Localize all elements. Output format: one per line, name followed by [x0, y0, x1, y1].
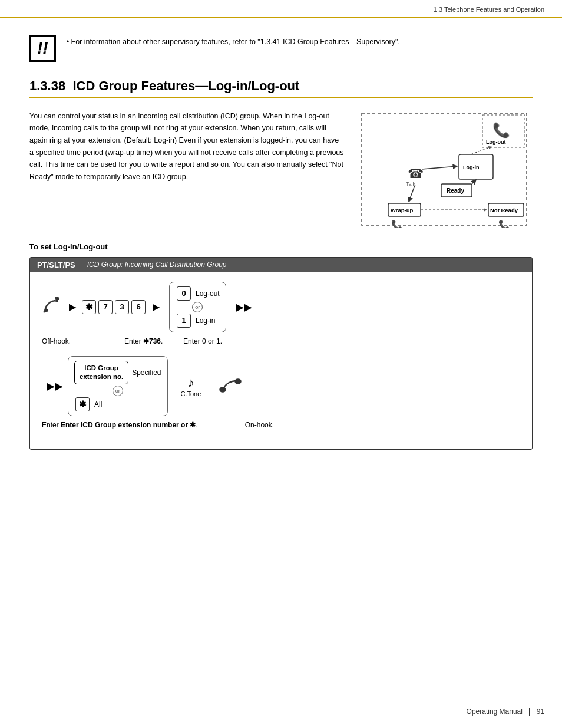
arrow-2: ▶: [153, 301, 160, 312]
svg-point-17: [235, 379, 241, 384]
note-text: • For information about other supervisor…: [67, 35, 400, 48]
desc-row-2: Enter Enter ICD Group extension number o…: [30, 421, 532, 429]
svg-text:📞: 📞: [391, 219, 403, 228]
note-box: !! • For information about other supervi…: [29, 35, 533, 62]
footer-divider: [529, 708, 530, 716]
offhook-phone-icon: [42, 297, 61, 317]
log-out-label: Log-out: [196, 289, 220, 298]
content-area: !! • For information about other supervi…: [0, 18, 562, 467]
onhook-phone-icon: [219, 375, 242, 396]
page: 1.3 Telephone Features and Operation !! …: [0, 0, 562, 728]
option-1-row: 1 Log-in: [176, 314, 215, 328]
key-6: 6: [131, 300, 146, 314]
instruction-row-2: ▶▶ ICD Group extension no. Specified or …: [30, 356, 532, 416]
icd-group-label: ICD Group: Incoming Call Distribution Gr…: [87, 261, 227, 269]
svg-text:☎: ☎: [408, 166, 424, 181]
log-in-label: Log-in: [196, 317, 215, 325]
or-circle-2: or: [113, 386, 123, 396]
double-arrow-2: ▶▶: [47, 380, 63, 393]
desc-row-1: Off-hook. Enter ✱736. Enter 0 or 1.: [30, 337, 532, 345]
key-star: ✱: [82, 300, 96, 314]
pt-slt-ps-label: PT/SLT/PS: [37, 261, 75, 269]
specified-label: Specified: [132, 368, 161, 377]
svg-text:Ready: Ready: [447, 187, 464, 194]
header-text: 1.3 Telephone Features and Operation: [434, 6, 544, 13]
svg-text:📞: 📞: [498, 219, 510, 228]
footer: Operating Manual 91: [467, 707, 544, 716]
states-svg: 📞 Log-out Log-in Ready ☎ Talk.: [356, 110, 533, 228]
page-header: 1.3 Telephone Features and Operation: [0, 0, 562, 18]
option-0-row: 0 Log-out: [176, 286, 220, 301]
instruction-row-1: ▶ ✱ 7 3 6 ▶ 0 Log-out or 1 Log-in: [30, 282, 532, 332]
key-star-2: ✱: [75, 397, 90, 411]
main-content-row: You can control your status in an incomi…: [29, 110, 533, 228]
key-7: 7: [98, 300, 113, 314]
footer-page: 91: [537, 707, 544, 716]
section-title: 1.3.38 ICD Group Features—Log-in/Log-out: [29, 78, 533, 98]
ctone-icon: ♪: [187, 375, 194, 390]
instruction-box: PT/SLT/PS ICD Group: Incoming Call Distr…: [29, 257, 533, 450]
options-box: 0 Log-out or 1 Log-in: [169, 282, 226, 332]
key-3: 3: [115, 300, 129, 314]
svg-text:Log-in: Log-in: [463, 164, 480, 170]
svg-point-16: [220, 387, 226, 392]
star-row: ✱ All: [74, 397, 102, 411]
svg-text:Log-out: Log-out: [486, 139, 505, 145]
ctone-wrap: ♪ C.Tone: [181, 375, 201, 397]
icd-ext-row: ICD Group extension no. Specified: [74, 361, 161, 384]
icd-extension-box: ICD Group extension no. Specified or ✱ A…: [68, 356, 168, 416]
icd-box: ICD Group extension no.: [74, 361, 128, 384]
ctone-label: C.Tone: [181, 390, 201, 397]
svg-text:Wrap-up: Wrap-up: [391, 207, 414, 213]
instruction-header: PT/SLT/PS ICD Group: Incoming Call Distr…: [30, 258, 532, 272]
main-description: You can control your status in an incomi…: [29, 110, 356, 183]
note-icon: !!: [29, 35, 56, 62]
key-1: 1: [177, 314, 191, 328]
key-0: 0: [177, 286, 191, 301]
footer-label: Operating Manual: [467, 707, 523, 716]
sub-title: To set Log-in/Log-out: [29, 242, 533, 251]
icd-group-text: ICD Group: [84, 364, 118, 373]
enter-icd-label: Enter Enter ICD Group extension number o…: [42, 421, 198, 429]
svg-text:Not Ready: Not Ready: [490, 207, 518, 213]
enter736-label: Enter ✱736.: [89, 337, 183, 345]
double-arrow-1: ▶▶: [236, 301, 252, 314]
svg-text:📞: 📞: [492, 121, 510, 139]
offhook-label: Off-hook.: [42, 337, 89, 345]
all-label: All: [94, 400, 102, 409]
extension-no-text: extension no.: [80, 373, 123, 381]
onhook-label: On-hook.: [245, 421, 274, 429]
enter01-label: Enter 0 or 1.: [183, 337, 222, 345]
svg-text:Talk.: Talk.: [406, 181, 417, 187]
states-diagram: 📞 Log-out Log-in Ready ☎ Talk.: [356, 110, 533, 228]
arrow-1: ▶: [69, 301, 76, 312]
or-circle: or: [192, 302, 203, 312]
